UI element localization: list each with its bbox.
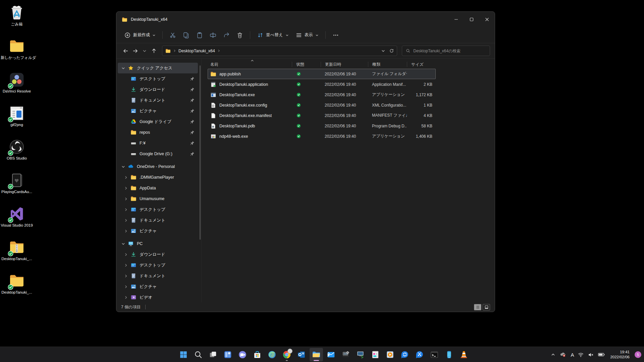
taskbar-file-explorer-button[interactable] <box>310 348 323 361</box>
sidebar-item[interactable]: repos <box>118 127 198 138</box>
pin-icon[interactable] <box>190 119 195 124</box>
clock[interactable]: 19:41 2022/02/06 <box>610 350 630 360</box>
sidebar-item[interactable]: F:¥ <box>118 138 198 148</box>
pin-icon[interactable] <box>190 130 195 135</box>
chevron-right-icon[interactable] <box>123 284 128 289</box>
taskbar-teams-chat-button[interactable] <box>236 348 249 361</box>
desktop-icon[interactable]: DesktopTanuki_... <box>1 239 33 261</box>
file-row[interactable]: DesktopTanuki.exe.manifest2022/02/06 19:… <box>208 110 436 121</box>
taskbar-notes-button[interactable] <box>369 348 382 361</box>
taskbar-edge-button[interactable] <box>265 348 279 361</box>
desktop-icon[interactable]: gif2png <box>1 105 33 127</box>
forward-button[interactable] <box>130 46 140 56</box>
sidebar-scrollbar[interactable] <box>200 65 201 240</box>
file-row[interactable]: DesktopTanuki.exe.config2022/02/06 19:40… <box>208 100 436 110</box>
taskbar-outlook-button[interactable] <box>295 348 308 361</box>
sidebar-item[interactable]: ビデオ <box>118 292 198 302</box>
details-view-button[interactable] <box>474 304 481 310</box>
chevron-down-icon[interactable] <box>120 164 126 169</box>
taskbar-your-phone-button[interactable] <box>442 348 456 361</box>
taskbar-widgets-button[interactable] <box>221 348 234 361</box>
refresh-icon[interactable] <box>389 49 394 53</box>
column-header-名前[interactable]: 名前 <box>208 62 292 67</box>
sidebar-item[interactable]: デスクトップ <box>118 73 198 84</box>
sidebar-item[interactable]: ピクチャ <box>118 281 198 292</box>
up-button[interactable] <box>149 46 159 56</box>
taskbar-command-prompt-button[interactable] <box>428 348 441 361</box>
pin-icon[interactable] <box>190 141 195 145</box>
taskbar-search-button[interactable] <box>192 348 205 361</box>
titlebar[interactable]: DesktopTanuki_x64 <box>116 12 495 27</box>
more-options-button[interactable] <box>329 29 342 41</box>
sidebar-item[interactable]: Umamusume <box>118 193 198 204</box>
sidebar-item[interactable]: ピクチャ <box>118 106 198 116</box>
sidebar-item[interactable]: ドキュメント <box>118 270 198 281</box>
desktop-icon[interactable]: DaVinci Resolve <box>1 72 33 94</box>
column-header-状態[interactable]: 状態 <box>292 62 321 67</box>
file-row[interactable]: ndp48-web.exe2022/02/06 19:40アプリケーション1,4… <box>208 131 436 141</box>
chevron-right-icon[interactable] <box>123 175 128 180</box>
taskbar-media-player-button[interactable] <box>383 348 397 361</box>
sidebar-section-2[interactable]: PC <box>118 238 198 249</box>
taskbar-vlc-button[interactable] <box>457 348 471 361</box>
chevron-right-icon[interactable] <box>123 262 128 268</box>
search-input[interactable] <box>413 49 480 53</box>
sidebar-item[interactable]: ピクチャ <box>118 226 198 236</box>
file-row[interactable]: DesktopTanuki.exe2022/02/06 19:40アプリケーショ… <box>208 89 436 100</box>
desktop-icon[interactable]: PlayingCardsAu... <box>1 172 33 194</box>
file-row[interactable]: DesktopTanuki.pdb2022/02/06 19:40Program… <box>208 121 436 131</box>
paste-button[interactable] <box>193 29 206 41</box>
battery-icon[interactable] <box>598 351 605 358</box>
file-row[interactable]: DesktopTanuki.application2022/02/06 19:4… <box>208 79 436 89</box>
column-header-種類[interactable]: 種類 <box>368 62 407 67</box>
share-button[interactable] <box>220 29 233 41</box>
breadcrumb-segment[interactable]: DesktopTanuki_x64 <box>178 49 215 53</box>
minimize-button[interactable] <box>448 12 464 27</box>
sort-button[interactable]: 並べ替え <box>254 30 292 41</box>
ime-indicator[interactable]: A <box>571 352 574 358</box>
search-box[interactable] <box>402 46 490 56</box>
sidebar-item[interactable]: ダウンロード <box>118 249 198 260</box>
chevron-down-icon[interactable] <box>120 241 126 246</box>
sidebar-item[interactable]: デスクトップ <box>118 204 198 215</box>
recent-locations-chevron[interactable] <box>140 46 149 56</box>
notification-badge[interactable]: 5 <box>635 351 641 358</box>
large-icons-view-button[interactable] <box>483 304 490 310</box>
taskbar-sync-device-button[interactable] <box>339 348 353 361</box>
taskbar-remote-desktop-button[interactable] <box>354 348 367 361</box>
sidebar-item[interactable]: ドキュメント <box>118 95 198 106</box>
pin-icon[interactable] <box>190 98 195 103</box>
taskbar-microsoft-store-button[interactable] <box>251 348 264 361</box>
desktop-icon[interactable]: DesktopTanuki_... <box>1 273 33 295</box>
column-header-サイズ[interactable]: サイズ <box>407 62 436 67</box>
new-button[interactable]: 新規作成 <box>121 30 159 41</box>
rename-button[interactable] <box>207 29 219 41</box>
taskbar-chat-sync-button[interactable] <box>398 348 412 361</box>
sidebar-section-0[interactable]: クイック アクセス <box>118 63 198 73</box>
maximize-button[interactable] <box>464 12 479 27</box>
chevron-right-icon[interactable] <box>123 196 128 201</box>
sidebar-item[interactable]: Google Drive (G:) <box>118 148 198 159</box>
close-button[interactable] <box>479 12 495 27</box>
view-button[interactable]: 表示 <box>292 30 322 41</box>
pin-icon[interactable] <box>190 87 195 92</box>
desktop-icon[interactable]: OBS Studio <box>1 139 33 161</box>
chevron-right-icon[interactable] <box>123 273 128 279</box>
volume-muted-icon[interactable] <box>588 352 594 358</box>
chevron-right-icon[interactable] <box>123 207 128 212</box>
address-dropdown-chevron[interactable] <box>381 49 385 53</box>
desktop-icon[interactable]: ごみ箱 <box>1 5 33 26</box>
desktop-icon[interactable]: Visual Studio 2019 <box>1 206 33 228</box>
back-button[interactable] <box>121 46 130 56</box>
taskbar-chrome-button[interactable] <box>280 348 293 361</box>
pin-icon[interactable] <box>190 109 195 113</box>
file-row[interactable]: app.publish2022/02/06 19:40ファイル フォルダー <box>208 69 436 79</box>
chevron-right-icon[interactable] <box>123 295 128 300</box>
breadcrumb[interactable]: DesktopTanuki_x64 <box>162 46 397 56</box>
hidden-icons-chevron-icon[interactable] <box>550 352 556 357</box>
chevron-right-icon[interactable] <box>123 185 128 191</box>
pin-icon[interactable] <box>190 76 195 81</box>
onedrive-error-icon[interactable] <box>559 351 567 358</box>
cut-button[interactable] <box>166 29 179 41</box>
sidebar-item[interactable]: ドキュメント <box>118 215 198 226</box>
